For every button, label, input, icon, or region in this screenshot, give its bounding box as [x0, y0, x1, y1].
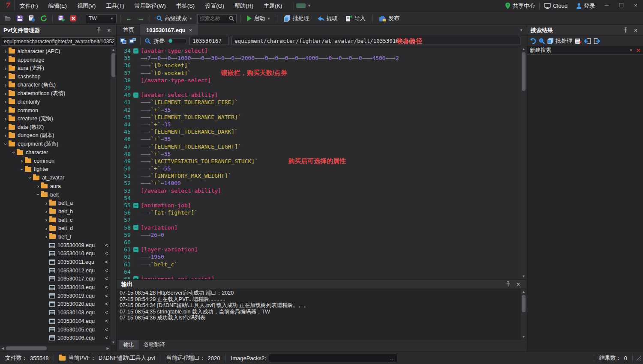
tree-file-item[interactable]: 103530011.equ< — [0, 258, 111, 266]
more-button[interactable]: … — [390, 355, 395, 361]
login-button[interactable]: 登录 — [572, 0, 599, 12]
batch-results-button[interactable]: 批处理 — [547, 37, 572, 45]
window-save-plus-button[interactable] — [129, 38, 136, 44]
tree-folder-item[interactable]: ›common — [0, 157, 111, 165]
tree-folder-item[interactable]: ›dungeon (副本) — [0, 131, 111, 140]
tab-translate[interactable]: 谷歌翻译 — [139, 340, 170, 349]
tree-folder-item[interactable]: ›belt_a — [0, 199, 111, 207]
code-line[interactable]: 54 — [117, 194, 521, 202]
open-file-button[interactable] — [3, 13, 13, 24]
publish-button[interactable]: 发布 — [376, 13, 403, 24]
tree-chevron-icon[interactable]: › — [43, 225, 49, 232]
code-line[interactable]: 49——→`[ACTIVESTATUS_TOLERANCE_STUCK]`购买后… — [117, 158, 521, 165]
menu-item[interactable]: 编辑(E) — [43, 0, 72, 12]
tree-chevron-icon[interactable]: › — [3, 98, 9, 105]
delete-button[interactable] — [68, 13, 78, 24]
tree-file-item[interactable]: 103530009.equ< — [0, 241, 111, 250]
code-line[interactable]: 62——→1950 — [117, 253, 521, 260]
code-line[interactable]: 51——→`[INVENTORY_MAX_WEIGHT]` — [117, 172, 521, 179]
imagepacks-input[interactable]: … — [269, 354, 397, 362]
tree-file-item[interactable]: 103530104.equ< — [0, 317, 111, 325]
tree-folder-item[interactable]: ›common — [0, 106, 111, 115]
tab-output[interactable]: 输出 — [119, 340, 139, 349]
tree-folder-item[interactable]: ›character (角色) — [0, 81, 111, 90]
menu-item[interactable]: 常用路径(W) — [129, 0, 171, 12]
code-line[interactable]: 48——→`+`→35 — [117, 150, 521, 158]
code-line[interactable]: 58−[variation] — [117, 224, 521, 231]
tree-folder-item[interactable]: ›fighter — [0, 165, 111, 174]
tree-folder-item[interactable]: ›data (数据) — [0, 123, 111, 131]
tree-hscrollbar[interactable]: ◀ ▶ — [0, 346, 111, 351]
code-line[interactable]: 59——→26→0 — [117, 231, 521, 239]
code-line[interactable]: 61−[layer·variation] — [117, 246, 521, 253]
tree-chevron-icon[interactable]: › — [3, 48, 9, 54]
tree-file-item[interactable]: 103530010.equ< — [0, 250, 111, 258]
start-button[interactable]: 启动 ▼ — [244, 13, 273, 24]
tree-folder-item[interactable]: ›cashshop — [0, 72, 111, 81]
menu-item[interactable]: 设置(G) — [200, 0, 229, 12]
code-line[interactable]: 39 — [117, 84, 521, 91]
close-button[interactable]: × — [628, 0, 643, 12]
menu-item[interactable]: 主题(K) — [258, 0, 287, 12]
pin-button[interactable] — [506, 281, 514, 287]
tree-file-item[interactable]: 103530103.equ< — [0, 308, 111, 317]
code-line[interactable]: 65−[equipment·ani·script] — [117, 275, 521, 279]
cloud-button[interactable]: Cloud — [540, 0, 572, 12]
menu-item[interactable]: 工具(T) — [101, 0, 129, 12]
tree-folder-item[interactable]: ›aura — [0, 182, 111, 191]
tree-folder-item[interactable]: ›belt_f — [0, 233, 111, 241]
menu-item[interactable]: 帮助(H) — [229, 0, 258, 12]
tree-folder-item[interactable]: ›creature (宠物) — [0, 115, 111, 123]
code-line[interactable]: 60 — [117, 239, 521, 246]
code-line[interactable]: 40−[avatar·select·ability] — [117, 91, 521, 98]
tree-chevron-icon[interactable]: › — [43, 233, 49, 240]
tree-folder-item[interactable]: ›character — [0, 148, 111, 157]
tree-folder-item[interactable]: ›belt_b — [0, 207, 111, 216]
code-line[interactable]: 50——→`+`→55 — [117, 165, 521, 172]
tree-folder-item[interactable]: ›clientonly — [0, 98, 111, 106]
code-id-input[interactable]: 103530167 — [189, 37, 229, 45]
tree-chevron-icon[interactable]: › — [3, 116, 9, 122]
export-list-button[interactable] — [594, 38, 601, 44]
code-line[interactable]: 63——→`belt_c` — [117, 260, 521, 268]
code-line[interactable]: 35—→7—→0—→0—→1000——→0—→30→0—→0—→2000——→0… — [117, 54, 521, 62]
extract-button[interactable]: 提取 — [314, 13, 341, 24]
undo-search-button[interactable] — [530, 38, 536, 44]
scroll-right-icon[interactable]: ▶ — [105, 346, 111, 351]
code-line[interactable]: 36——→`[D·socket]` — [117, 62, 521, 69]
scroll-up-icon[interactable]: ▲ — [521, 46, 526, 52]
tree-chevron-icon[interactable]: › — [3, 107, 9, 113]
advanced-search-button[interactable]: 高级搜索 ▼ — [153, 13, 195, 24]
code-line[interactable]: 56——→`[at·fighter]` — [117, 209, 521, 216]
remove-search-icon[interactable]: ✕ — [636, 48, 640, 54]
back-button[interactable]: ← — [124, 15, 134, 22]
code-line[interactable]: 47——→`[ELEMENT_TOLERANCE_LIGHT]` — [117, 143, 521, 150]
tree-folder-item[interactable]: ›aura (光环) — [0, 64, 111, 72]
new-search-dropdown[interactable]: 新建搜索 ▼ ✕ — [527, 46, 643, 55]
code-line[interactable]: 52——→`+`→14000 — [117, 179, 521, 187]
scroll-down-icon[interactable]: ▼ — [521, 274, 526, 279]
menu-item[interactable]: 文件(F) — [15, 0, 43, 12]
code-line[interactable]: 42——→`+`→35 — [117, 106, 521, 113]
tree-chevron-icon[interactable]: › — [43, 217, 49, 223]
tree-chevron-icon[interactable]: › — [3, 73, 9, 80]
code-editor[interactable]: 34−[avatar·type·select]35—→7—→0—→0—→1000… — [117, 47, 521, 279]
tree-file-item[interactable]: 103530017.equ< — [0, 275, 111, 283]
scroll-left-icon[interactable]: ◀ — [0, 346, 6, 351]
tree-chevron-icon[interactable]: › — [3, 141, 9, 147]
fold-marker-icon[interactable]: − — [133, 92, 138, 98]
code-line[interactable]: 55−[animation·job] — [117, 202, 521, 209]
fold-marker-icon[interactable]: − — [133, 276, 138, 279]
code-line[interactable]: 46——→`+`→35 — [117, 135, 521, 143]
save-all-button[interactable] — [56, 13, 66, 24]
tree-folder-item[interactable]: ›aicharacter (APC) — [0, 47, 111, 56]
output-close-icon[interactable]: × — [514, 281, 522, 288]
scroll-down-icon[interactable]: ▼ — [111, 340, 116, 345]
tree-file-item[interactable]: 103530020.equ< — [0, 300, 111, 309]
tree-file-item[interactable]: 103530012.equ< — [0, 266, 111, 275]
code-line[interactable]: 41——→`[ELEMENT_TOLERANCE_FIRE]` — [117, 98, 521, 106]
window-save-button[interactable] — [120, 38, 126, 44]
code-line[interactable]: 34−[avatar·type·select] — [117, 47, 521, 54]
clear-results-button[interactable] — [575, 38, 582, 44]
tree-chevron-icon[interactable]: › — [35, 183, 41, 189]
